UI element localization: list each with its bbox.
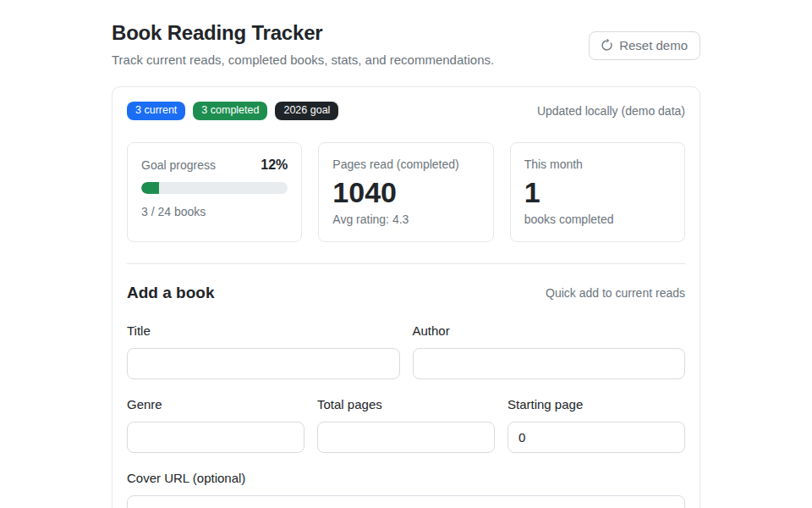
add-book-header: Add a book Quick add to current reads (127, 284, 685, 302)
add-book-heading: Add a book (127, 284, 214, 302)
total-pages-input[interactable] (317, 422, 495, 453)
author-label: Author (413, 323, 686, 338)
goal-progress-percent: 12% (261, 157, 288, 173)
goal-progress-bar (141, 182, 288, 194)
stats-grid: Goal progress 12% 3 / 24 books Pages rea… (127, 142, 685, 242)
badge-group: 3 current 3 completed 2026 goal (127, 102, 338, 120)
goal-progress-fill (141, 182, 159, 194)
goal-progress-card: Goal progress 12% 3 / 24 books (127, 142, 302, 242)
starting-page-field-group: Starting page (508, 397, 685, 453)
add-book-hint: Quick add to current reads (546, 286, 685, 300)
current-count-badge: 3 current (127, 102, 185, 120)
page-container: Book Reading Tracker Track current reads… (112, 0, 700, 508)
reset-demo-button[interactable]: Reset demo (589, 31, 700, 60)
header-text-block: Book Reading Tracker Track current reads… (112, 21, 494, 67)
title-label: Title (127, 323, 400, 338)
cover-url-input[interactable] (127, 495, 685, 508)
updated-note: Updated locally (demo data) (537, 104, 685, 118)
goal-progress-label: Goal progress (141, 158, 216, 172)
completed-count-badge: 3 completed (193, 102, 267, 120)
genre-field-group: Genre (127, 397, 304, 453)
page-title: Book Reading Tracker (112, 21, 494, 45)
page-subtitle: Track current reads, completed books, st… (112, 52, 494, 67)
page-header: Book Reading Tracker Track current reads… (112, 21, 700, 67)
cover-url-field-group: Cover URL (optional) (127, 471, 685, 508)
title-field-group: Title (127, 323, 400, 379)
author-field-group: Author (413, 323, 686, 379)
cover-url-label: Cover URL (optional) (127, 471, 685, 485)
total-pages-field-group: Total pages (317, 397, 495, 453)
author-input[interactable] (413, 348, 686, 379)
refresh-icon (601, 39, 613, 52)
add-book-form: Title Author Genre Total pages (127, 323, 685, 508)
pages-read-value: 1040 (332, 176, 479, 209)
total-pages-label: Total pages (317, 397, 495, 411)
starting-page-label: Starting page (508, 397, 685, 411)
genre-label: Genre (127, 397, 304, 411)
title-input[interactable] (127, 348, 400, 379)
this-month-detail: books completed (524, 213, 671, 226)
pages-read-card: Pages read (completed) 1040 Avg rating: … (318, 142, 493, 242)
section-divider (127, 263, 685, 264)
avg-rating-text: Avg rating: 4.3 (332, 213, 479, 226)
this-month-label: This month (524, 157, 671, 171)
this-month-card: This month 1 books completed (510, 142, 685, 242)
tracker-card: 3 current 3 completed 2026 goal Updated … (112, 86, 700, 508)
starting-page-input[interactable] (508, 422, 685, 453)
pages-read-label: Pages read (completed) (332, 157, 479, 171)
tracker-card-header: 3 current 3 completed 2026 goal Updated … (127, 102, 685, 120)
goal-progress-detail: 3 / 24 books (141, 205, 288, 218)
reset-demo-label: Reset demo (619, 38, 688, 52)
this-month-value: 1 (524, 176, 671, 209)
genre-input[interactable] (127, 422, 304, 453)
goal-year-badge: 2026 goal (275, 102, 338, 120)
